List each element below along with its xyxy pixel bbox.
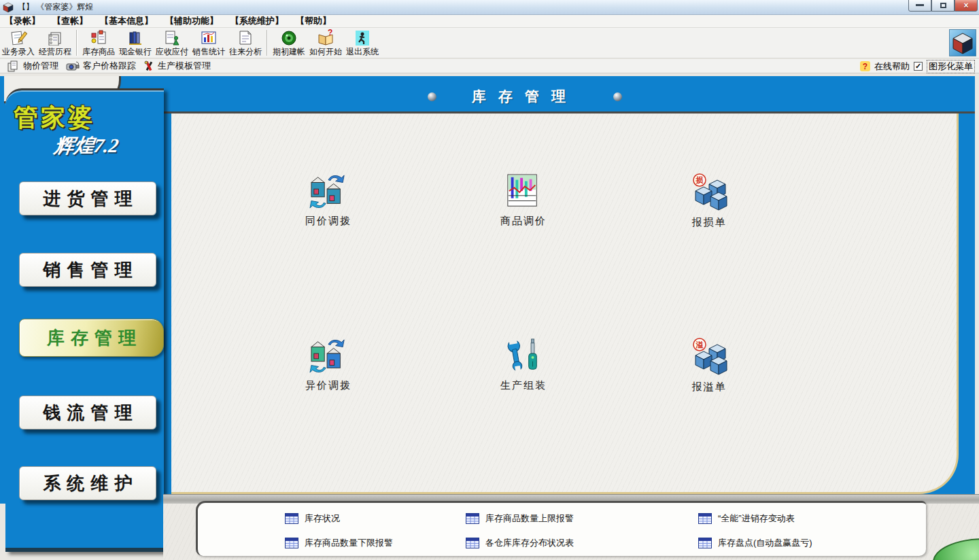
price-management-button[interactable]: 物价管理: [7, 60, 58, 72]
toolbar-sales-statistics-button[interactable]: 销售统计: [190, 28, 227, 58]
link-label: 库存盘点(自动盘赢盘亏): [718, 537, 812, 549]
menu-item-query[interactable]: 【查帐】: [51, 15, 89, 27]
loss-report-item[interactable]: 损 报损单: [662, 173, 757, 239]
help-question-icon[interactable]: ?: [860, 61, 870, 71]
toolbar-business-entry-button[interactable]: 业务录入: [0, 28, 37, 58]
table-icon: [698, 513, 712, 524]
goods-price-adjust-icon: [505, 173, 542, 210]
sidebar-item-cashflow[interactable]: 钱流管理: [19, 396, 156, 430]
graphic-menu-label[interactable]: 图形化菜单: [927, 60, 975, 73]
title-bar: 【】 《管家婆》辉煌 ×: [0, 0, 979, 15]
link-inventory-status[interactable]: 库存状况: [285, 512, 340, 525]
toolbar-button-label: 应收应付: [156, 46, 188, 58]
minimize-icon: [916, 4, 924, 6]
secondary-toolbar: 物价管理 客户价格跟踪 生产模板管理 ? 在线帮助 ✓ 图形化菜单: [0, 59, 979, 73]
exit-system-icon: [354, 29, 371, 46]
restore-icon: [940, 3, 946, 8]
toolbar-inventory-goods-button[interactable]: 库存商品: [80, 28, 117, 58]
link-label: 库存商品数量下限报警: [305, 537, 393, 549]
app-icon: [3, 2, 14, 13]
diff-price-transfer-item[interactable]: 异价调拨: [281, 338, 376, 403]
icon-label: 异价调拨: [305, 379, 351, 392]
table-icon: [466, 538, 479, 548]
pencil-document-icon: [10, 29, 27, 46]
online-help-label[interactable]: 在线帮助: [874, 60, 910, 73]
toolbar-button-label: 经营历程: [39, 46, 71, 58]
toolbar-business-history-button[interactable]: 经营历程: [37, 28, 73, 58]
tracking-camera-icon: [65, 60, 80, 72]
app-window: 【】 《管家婆》辉煌 × 【录帐】 【查帐】 【基本信息】 【辅助功能】 【系统…: [0, 0, 979, 560]
page-title: 库存管理: [472, 87, 578, 106]
restore-button[interactable]: [931, 0, 955, 12]
overflow-report-item[interactable]: 溢 报溢单: [662, 338, 757, 403]
minimize-button[interactable]: [908, 0, 931, 12]
link-lower-limit-alarm[interactable]: 库存商品数量下限报警: [285, 537, 393, 549]
production-assembly-icon: [505, 338, 542, 374]
close-button[interactable]: ×: [955, 0, 978, 12]
toolbar-button-label: 退出系统: [346, 46, 379, 58]
sidebar-item-purchase[interactable]: 进货管理: [19, 181, 156, 215]
toolbar-initial-account-button[interactable]: 期初建帐: [271, 28, 307, 58]
cash-bank-icon: [126, 29, 144, 46]
sidebar-item-sales[interactable]: 销售管理: [19, 253, 156, 287]
toolbar-button-label: 如何开始: [309, 46, 342, 58]
receivable-payable-icon: [163, 29, 181, 46]
close-icon: ×: [963, 1, 968, 10]
initial-account-icon: [280, 29, 298, 46]
menu-item-record[interactable]: 【录帐】: [3, 15, 41, 27]
table-icon: [698, 538, 712, 548]
link-label: “全能”进销存变动表: [718, 512, 795, 525]
menu-bar: 【录帐】 【查帐】 【基本信息】 【辅助功能】 【系统维护】 【帮助】: [0, 15, 979, 28]
report-links-panel: 库存状况 库存商品数量上限报警 “全能”进销存变动表: [196, 501, 926, 556]
icon-label: 报损单: [692, 216, 727, 229]
same-price-transfer-item[interactable]: 同价调拨: [281, 173, 376, 239]
toolbar-button-label: 期初建帐: [273, 46, 305, 58]
sidebar-item-system-maintenance[interactable]: 系统维护: [19, 466, 156, 500]
production-template-button[interactable]: 生产模板管理: [143, 60, 211, 72]
link-upper-limit-alarm[interactable]: 库存商品数量上限报警: [466, 512, 574, 525]
toolbar-cash-bank-button[interactable]: 现金银行: [117, 28, 154, 58]
brand-cube-logo: [949, 29, 976, 56]
same-price-transfer-icon: [309, 173, 348, 210]
link-stocktaking[interactable]: 库存盘点(自动盘赢盘亏): [698, 537, 812, 549]
menu-item-help[interactable]: 【帮助】: [294, 15, 332, 27]
production-template-label: 生产模板管理: [158, 60, 211, 72]
toolbar-button-label: 销售统计: [192, 46, 225, 58]
ledger-history-icon: [46, 29, 64, 46]
main-content-panel: 同价调拨 商品调价: [171, 113, 959, 494]
cube-icon: [950, 30, 976, 56]
diff-price-transfer-icon: [309, 338, 348, 374]
customer-price-tracking-label: 客户价格跟踪: [83, 60, 136, 72]
sidebar-item-inventory[interactable]: 库存管理: [19, 319, 164, 357]
toolbar-receivable-payable-button[interactable]: 应收应付: [154, 28, 190, 58]
toolbar-separator: [76, 30, 78, 56]
menu-item-basic-info[interactable]: 【基本信息】: [99, 15, 154, 27]
icon-label: 生产组装: [500, 379, 547, 392]
sales-chart-icon: [200, 29, 218, 46]
table-icon: [285, 513, 298, 524]
link-label: 库存商品数量上限报警: [485, 512, 574, 525]
loss-badge-text: 损: [695, 176, 704, 184]
production-assembly-item[interactable]: 生产组装: [476, 338, 571, 403]
sphere-icon: [428, 92, 436, 101]
link-warehouse-distribution[interactable]: 各仓库库存分布状况表: [466, 537, 574, 549]
customer-price-tracking-button[interactable]: 客户价格跟踪: [65, 60, 136, 72]
copy-pages-icon: [7, 60, 20, 72]
toolbar-how-to-start-button[interactable]: ? 如何开始: [307, 28, 344, 58]
link-allround-change-table[interactable]: “全能”进销存变动表: [698, 512, 795, 525]
main-toolbar: 业务录入 经营历程 库存商品: [0, 28, 979, 58]
overflow-report-icon: 溢: [690, 338, 728, 376]
toolbar-exit-system-button[interactable]: 退出系统: [344, 28, 381, 58]
svg-text:?: ?: [328, 29, 332, 37]
menu-item-aux-functions[interactable]: 【辅助功能】: [164, 15, 220, 27]
toolbar-transaction-analysis-button[interactable]: 往来分析: [227, 28, 264, 58]
goods-price-adjust-item[interactable]: 商品调价: [476, 173, 571, 239]
sphere-icon: [613, 92, 622, 101]
menu-item-system-maintenance[interactable]: 【系统维护】: [229, 15, 285, 27]
price-management-label: 物价管理: [23, 60, 58, 72]
tools-icon: [143, 60, 155, 72]
graphic-menu-checkbox[interactable]: ✓: [914, 62, 923, 71]
loss-report-icon: 损: [690, 173, 728, 211]
analysis-document-icon: [237, 29, 254, 46]
link-label: 各仓库库存分布状况表: [485, 537, 574, 549]
